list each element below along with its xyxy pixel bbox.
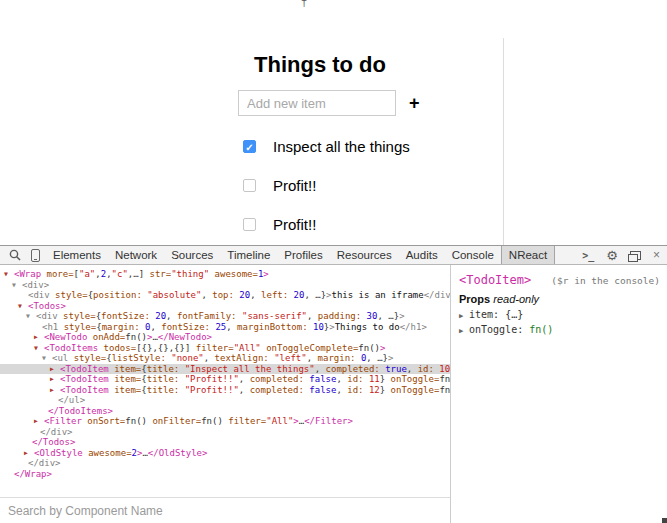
tree-row[interactable]: ▶<TodoItem item={title: "Inspect all the… <box>0 364 450 375</box>
token-attr: completed: <box>244 374 304 384</box>
token-str: "All" <box>266 416 293 426</box>
token-id: 11 <box>364 374 380 384</box>
token-plain: , …} <box>377 311 399 321</box>
component-search-input[interactable] <box>0 498 450 523</box>
prop-row[interactable]: ▶item: {…} <box>459 309 660 320</box>
tab-console[interactable]: Console <box>445 246 501 264</box>
settings-gear-icon[interactable]: ⚙ <box>606 248 618 263</box>
collapse-arrow-icon[interactable]: ▼ <box>18 301 28 312</box>
token-comp: <OldStyle <box>34 448 83 458</box>
tree-row[interactable]: ▶<NewTodo onAdd=fn()>…</NewTodo> <box>0 332 450 343</box>
token-attr: top: <box>207 290 234 300</box>
tree-row[interactable]: ▶<Filter onSort=fn() onFilter=fn() filte… <box>0 416 450 427</box>
close-icon[interactable]: × <box>653 248 660 262</box>
toolbar-right-icons: >_ ⚙ × <box>582 246 667 264</box>
prop-key: item: <box>469 309 505 320</box>
page-title: Things to do <box>238 52 402 78</box>
todo-checkbox-2[interactable] <box>243 218 256 231</box>
device-mode-icon[interactable] <box>31 249 40 262</box>
tab-audits[interactable]: Audits <box>399 246 445 264</box>
tree-row[interactable]: ▼<Todos> <box>0 301 450 312</box>
tree-row[interactable]: ▼<div> <box>0 280 450 291</box>
token-str: "a" <box>79 269 95 279</box>
tree-row[interactable]: </Wrap> <box>0 469 450 480</box>
tree-row[interactable]: </div> <box>0 427 450 438</box>
token-attr: title: <box>147 364 180 374</box>
console-drawer-icon[interactable]: >_ <box>582 250 594 261</box>
tab-network[interactable]: Network <box>108 246 164 264</box>
token-text: Things to do <box>335 322 400 332</box>
devtools-tabs: ElementsNetworkSourcesTimelineProfilesRe… <box>46 246 555 264</box>
new-todo-input[interactable] <box>238 90 396 116</box>
token-bool: false <box>304 374 337 384</box>
tree-row[interactable]: </TodoItems> <box>0 406 450 417</box>
tab-nreact[interactable]: NReact <box>501 246 555 264</box>
component-search-bar <box>0 497 450 523</box>
tree-row[interactable]: ▼<TodoItems todos=[{},{},{}] filter="All… <box>0 343 450 354</box>
token-num: 0 <box>356 353 367 363</box>
token-comp: </Filter> <box>304 416 353 426</box>
tree-row[interactable]: ▼<Wrap more=["a",2,"c",…] str="thing" aw… <box>0 269 450 280</box>
dock-window-icon[interactable] <box>630 251 641 260</box>
tree-row[interactable]: ▶<TodoItem item={title: "Profit!!", comp… <box>0 385 450 396</box>
expand-arrow-icon[interactable]: ▶ <box>34 332 44 343</box>
tree-row[interactable]: <div style={position: "absolute", top: 2… <box>0 290 450 301</box>
tree-row[interactable]: </div> <box>0 458 450 469</box>
tree-row[interactable]: ▶<TodoItem item={title: "Profit!!", comp… <box>0 374 450 385</box>
clipped-top-glyph: † <box>301 0 307 8</box>
tree-row[interactable]: </ul> <box>0 395 450 406</box>
todo-checkbox-0[interactable]: ✓ <box>243 140 256 153</box>
expand-arrow-icon[interactable]: ▶ <box>50 385 60 396</box>
token-attr: awesome= <box>83 448 132 458</box>
collapse-arrow-icon[interactable]: ▼ <box>26 311 36 322</box>
tab-elements[interactable]: Elements <box>46 246 108 264</box>
tab-profiles[interactable]: Profiles <box>277 246 329 264</box>
tree-row[interactable]: ▶<OldStyle awesome=2>…</OldStyle> <box>0 448 450 459</box>
collapse-arrow-icon[interactable]: ▼ <box>34 343 44 354</box>
token-comp: </TodoItems> <box>48 406 113 416</box>
expand-arrow-icon[interactable]: ▶ <box>459 327 469 335</box>
tree-row[interactable]: </Todos> <box>0 437 450 448</box>
token-host: <div <box>28 290 50 300</box>
token-host: </div> <box>424 290 450 300</box>
token-comp: <TodoItem <box>60 385 109 395</box>
tab-sources[interactable]: Sources <box>164 246 220 264</box>
tab-resources[interactable]: Resources <box>330 246 399 264</box>
prop-value: fn() <box>529 324 553 335</box>
expand-arrow-icon[interactable]: ▶ <box>24 448 34 459</box>
prop-row[interactable]: ▶onToggle: fn() <box>459 324 660 335</box>
token-attr: str= <box>144 269 171 279</box>
token-attr: fontSize: <box>101 311 150 321</box>
collapse-arrow-icon[interactable]: ▼ <box>42 353 52 364</box>
token-host: </h1> <box>400 322 427 332</box>
token-host: </div> <box>28 458 61 468</box>
props-header: <TodoItem> ($r in the console) <box>459 273 660 287</box>
expand-arrow-icon[interactable]: ▶ <box>50 364 60 375</box>
token-attr: filter= <box>190 343 233 353</box>
token-attr: fontSize: <box>156 322 210 332</box>
token-attr: style= <box>50 290 88 300</box>
token-attr: fontFamily: <box>172 311 237 321</box>
tree-row[interactable]: <h1 style={margin: 0, fontSize: 25, marg… <box>0 322 450 333</box>
token-num: 25 <box>210 322 226 332</box>
inspect-search-icon[interactable] <box>8 248 22 262</box>
collapse-arrow-icon[interactable]: ▼ <box>12 280 22 291</box>
tree-row[interactable]: ▼<ul style={listStyle: "none", textAlign… <box>0 353 450 364</box>
token-attr: onSort= <box>82 416 125 426</box>
expand-arrow-icon[interactable]: ▶ <box>50 374 60 385</box>
collapse-arrow-icon[interactable]: ▼ <box>4 269 14 280</box>
resize-grip[interactable] <box>662 518 667 523</box>
token-attr: onToggleComplete= <box>261 343 359 353</box>
add-todo-button[interactable]: + <box>409 94 420 112</box>
token-attr: filter= <box>223 416 266 426</box>
props-list: ▶item: {…}▶onToggle: fn() <box>459 309 660 335</box>
expand-arrow-icon[interactable]: ▶ <box>459 312 469 320</box>
tree-row[interactable]: ▼<div style={fontSize: 20, fontFamily: "… <box>0 311 450 322</box>
token-attr: style= <box>68 353 106 363</box>
expand-arrow-icon[interactable]: ▶ <box>34 416 44 427</box>
token-plain: fn() <box>439 374 450 384</box>
tab-timeline[interactable]: Timeline <box>220 246 277 264</box>
token-attr: completed: <box>244 385 304 395</box>
todo-checkbox-1[interactable] <box>243 179 256 192</box>
devtools-panel: ElementsNetworkSourcesTimelineProfilesRe… <box>0 245 667 523</box>
